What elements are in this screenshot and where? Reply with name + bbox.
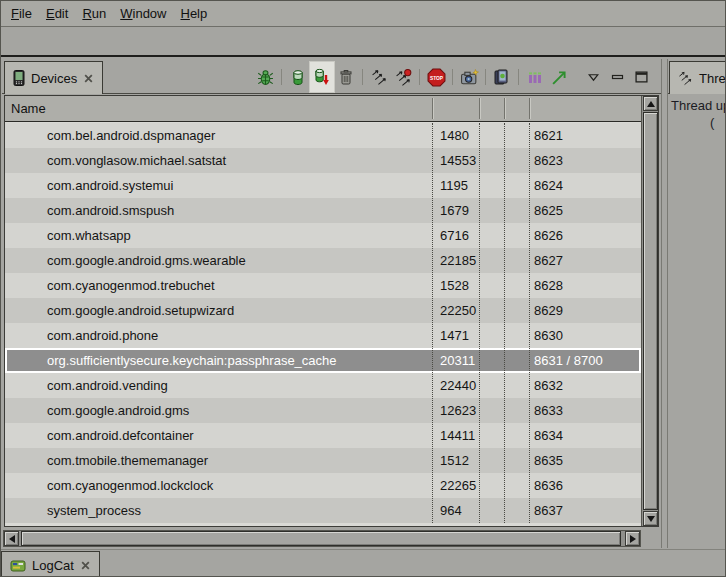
update-heap-icon[interactable]	[286, 62, 310, 92]
process-name: com.cyanogenmod.trebuchet	[47, 273, 215, 298]
process-port: 8633	[534, 398, 563, 423]
toolbar-separator	[419, 69, 420, 85]
column-divider[interactable]	[432, 98, 433, 119]
stop-process-icon[interactable]: STOP	[424, 62, 448, 92]
process-port: 8632	[534, 373, 563, 398]
column-divider[interactable]	[504, 98, 505, 119]
process-pid: 1528	[440, 273, 469, 298]
process-port: 8621	[534, 123, 563, 148]
process-name: com.android.phone	[47, 323, 158, 348]
threads-icon	[678, 71, 693, 86]
menu-edit[interactable]: Edit	[46, 6, 68, 21]
cause-gc-icon[interactable]	[334, 62, 358, 92]
close-icon[interactable]	[80, 560, 91, 571]
logcat-icon	[10, 558, 26, 574]
screen-capture-icon[interactable]	[457, 62, 481, 92]
debug-process-icon[interactable]	[253, 62, 277, 92]
toolbar-separator	[518, 69, 519, 85]
process-row-selected[interactable]: org.sufficientlysecure.keychain:passphra…	[5, 348, 641, 373]
menu-help[interactable]: Help	[180, 6, 207, 21]
process-row[interactable]: com.cyanogenmod.lockclock222658636	[5, 473, 641, 498]
process-port: 8630	[534, 323, 563, 348]
process-name: com.cyanogenmod.lockclock	[47, 473, 213, 498]
process-port: 8635	[534, 448, 563, 473]
column-divider[interactable]	[529, 98, 530, 119]
process-name: com.android.defcontainer	[47, 423, 194, 448]
menu-window[interactable]: Window	[120, 6, 166, 21]
view-menu-icon[interactable]	[581, 62, 605, 92]
process-row[interactable]: com.google.android.gms.wearable221858627	[5, 248, 641, 273]
process-pid: 1679	[440, 198, 469, 223]
column-header-name[interactable]: Name	[11, 96, 46, 121]
tab-logcat[interactable]: LogCat	[1, 551, 100, 577]
process-port: 8626	[534, 223, 563, 248]
start-opengl-trace-icon[interactable]	[547, 62, 571, 92]
process-port: 8627	[534, 248, 563, 273]
scroll-down-button[interactable]	[643, 511, 658, 526]
tab-threads-label: Threa	[699, 71, 726, 86]
process-name: com.google.android.setupwizard	[47, 298, 234, 323]
threads-message: Thread up (	[668, 95, 726, 548]
process-row[interactable]: com.cyanogenmod.trebuchet15288628	[5, 273, 641, 298]
process-row[interactable]: com.android.systemui11958624	[5, 173, 641, 198]
horizontal-scrollbar-thumb[interactable]	[21, 531, 621, 546]
process-port: 8623	[534, 148, 563, 173]
minimize-icon[interactable]	[605, 62, 629, 92]
menu-file[interactable]: File	[11, 6, 32, 21]
process-row[interactable]: com.android.smspush16798625	[5, 198, 641, 223]
capture-system-trace-icon[interactable]	[523, 62, 547, 92]
process-pid: 22185	[440, 248, 476, 273]
tab-devices-label: Devices	[31, 71, 77, 86]
process-pid: 1480	[440, 123, 469, 148]
process-port: 8629	[534, 298, 563, 323]
process-name: com.android.vending	[47, 373, 168, 398]
close-icon[interactable]	[83, 73, 94, 84]
maximize-icon[interactable]	[629, 62, 653, 92]
devices-panel: Devices	[2, 59, 662, 548]
hierarchy-view-icon[interactable]	[490, 62, 514, 92]
process-name: com.google.android.gms	[47, 398, 189, 423]
logcat-tabbar: LogCat	[1, 549, 725, 577]
process-row[interactable]: com.android.vending224408632	[5, 373, 641, 398]
svg-text:STOP: STOP	[429, 75, 443, 80]
process-pid: 22250	[440, 298, 476, 323]
process-name: com.tmobile.thememanager	[47, 448, 208, 473]
process-pid: 12623	[440, 398, 476, 423]
process-pid: 1195	[440, 173, 468, 198]
process-pid: 14553	[440, 148, 476, 173]
process-row[interactable]: com.android.phone14718630	[5, 323, 641, 348]
process-row[interactable]: com.bel.android.dspmanager14808621	[5, 123, 641, 148]
process-row[interactable]: com.whatsapp67168626	[5, 223, 641, 248]
tab-devices[interactable]: Devices	[4, 61, 103, 94]
process-row[interactable]: com.google.android.setupwizard222508629	[5, 298, 641, 323]
process-name: com.android.smspush	[47, 198, 174, 223]
column-divider[interactable]	[479, 98, 480, 119]
table-header[interactable]: Name	[5, 96, 641, 122]
scroll-left-button[interactable]	[4, 531, 19, 546]
threads-message-line2: (	[710, 115, 714, 130]
process-pid: 20311	[440, 350, 475, 371]
process-row[interactable]: com.android.defcontainer144118634	[5, 423, 641, 448]
start-method-profiling-icon[interactable]	[391, 62, 415, 92]
scroll-up-button[interactable]	[643, 96, 658, 111]
ddms-window: FileEditRunWindowHelp Devices	[0, 0, 726, 577]
dump-hprof-icon[interactable]	[310, 62, 334, 92]
process-row[interactable]: system_process9648637	[5, 498, 641, 523]
process-port: 8625	[534, 198, 563, 223]
menu-run[interactable]: Run	[82, 6, 106, 21]
vertical-scrollbar[interactable]	[641, 96, 658, 526]
process-name: org.sufficientlysecure.keychain:passphra…	[47, 350, 337, 371]
horizontal-scrollbar[interactable]	[3, 530, 641, 547]
vertical-scrollbar-thumb[interactable]	[643, 112, 658, 510]
scroll-right-button[interactable]	[625, 531, 640, 546]
update-threads-icon[interactable]	[367, 62, 391, 92]
process-row[interactable]: com.tmobile.thememanager15128635	[5, 448, 641, 473]
process-row[interactable]: com.vonglasow.michael.satstat145538623	[5, 148, 641, 173]
toolbar-separator	[362, 69, 363, 85]
phone-icon	[13, 70, 25, 86]
process-pid: 1471	[440, 323, 469, 348]
process-port: 8631 / 8700	[534, 350, 603, 371]
process-row[interactable]: com.google.android.gms126238633	[5, 398, 641, 423]
tab-threads[interactable]: Threa	[669, 61, 726, 94]
tab-logcat-label: LogCat	[32, 558, 74, 573]
